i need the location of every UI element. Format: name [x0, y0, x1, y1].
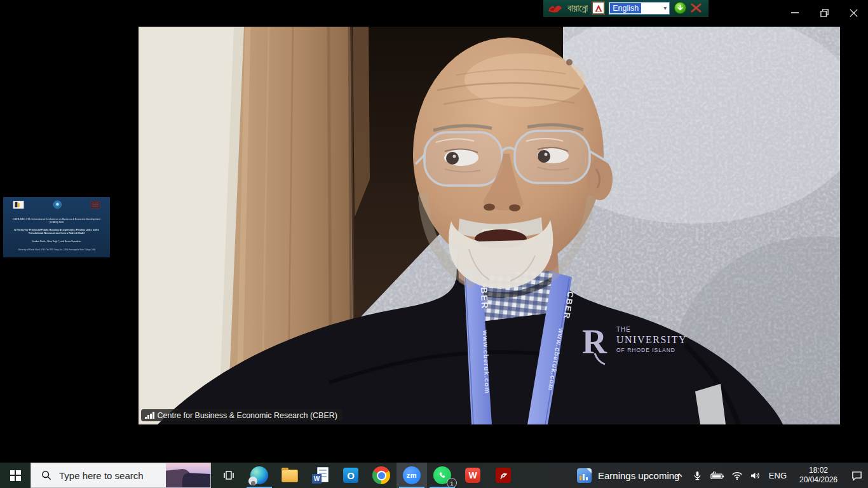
- language-select-value: English: [610, 3, 641, 13]
- avro-bird-icon: [548, 3, 563, 13]
- chevron-up-icon: [675, 471, 684, 480]
- input-language-indicator[interactable]: ENG: [768, 471, 788, 480]
- wps-office-icon: W: [465, 468, 480, 483]
- university-logo: [13, 201, 24, 208]
- widget-icon: [577, 468, 592, 483]
- window-controls: [780, 0, 868, 25]
- action-center-button[interactable]: [849, 463, 864, 488]
- speaker-video-tile: CBER www.cberuk.com CBER www.cberuk.com …: [139, 27, 840, 424]
- clock-time: 18:02: [794, 466, 843, 475]
- globe-conference-logo: [53, 201, 62, 209]
- chrome-icon: [372, 466, 390, 484]
- taskbar-app-edge[interactable]: [244, 463, 275, 488]
- search-highlight-image[interactable]: [166, 463, 210, 487]
- close-icon: [849, 8, 858, 18]
- signal-bars-icon: [145, 412, 154, 419]
- uri-logo-the: THE: [616, 326, 631, 333]
- close-button[interactable]: [839, 0, 868, 25]
- windows-taskbar: W O zm 1 W: [0, 463, 868, 488]
- search-icon: [41, 470, 51, 480]
- uri-logo-rhodeisland: OF RHODE ISLAND: [616, 347, 675, 353]
- chevron-down-icon[interactable]: ▾: [663, 4, 667, 11]
- battery-tray-icon[interactable]: [710, 463, 725, 488]
- taskbar-app-acrobat[interactable]: [488, 463, 519, 488]
- avro-language-bar: বায়ান্নো English ▾: [543, 0, 709, 17]
- participant-name-text: Centre for Business & Economic Research …: [158, 411, 337, 420]
- task-view-button[interactable]: [214, 463, 244, 488]
- restore-icon: [820, 8, 829, 18]
- slide-title-line1: A Theory for Provincial Public Housing A…: [3, 228, 110, 231]
- zoom-icon: zm: [403, 466, 421, 484]
- minimize-button[interactable]: [780, 0, 810, 25]
- file-explorer-icon: [281, 470, 298, 482]
- start-button[interactable]: [0, 463, 31, 488]
- taskbar-search-box[interactable]: [31, 463, 211, 488]
- taskbar-app-file-explorer[interactable]: [275, 463, 305, 488]
- slide-content: CBER-MEC 17th International Conference o…: [3, 197, 110, 257]
- task-view-icon: [222, 469, 235, 482]
- taskbar-apps: W O zm 1 W: [214, 463, 519, 488]
- slide-authors: Gordon Dash¹, Nina Kajiji²*, and Bruno K…: [3, 240, 110, 242]
- avro-app-label: বায়ান্নো: [567, 0, 588, 17]
- participant-name-label: Centre for Business & Economic Research …: [141, 409, 342, 421]
- system-tray: ENG 18:02 20/04/2026: [673, 463, 864, 488]
- taskbar-app-word[interactable]: W: [305, 463, 336, 488]
- news-widget-button[interactable]: Earnings upcoming: [577, 463, 679, 488]
- taskbar-app-zoom[interactable]: zm: [397, 463, 427, 488]
- outlook-icon: O: [343, 468, 358, 483]
- edge-icon: [250, 466, 268, 484]
- taskbar-app-wps[interactable]: W: [458, 463, 488, 488]
- slide-conference-line2: (ICBED) 2026: [3, 221, 110, 224]
- taskbar-app-whatsapp[interactable]: 1: [427, 463, 458, 488]
- search-input[interactable]: [59, 470, 166, 481]
- slide-title-line2: Translational Neuroscience from a Rodent…: [3, 231, 110, 234]
- action-center-icon: [851, 470, 863, 481]
- restore-button[interactable]: [810, 0, 839, 25]
- profile-avatar: [248, 477, 257, 485]
- word-icon: W: [312, 467, 329, 484]
- red-x-close-icon[interactable]: [691, 3, 702, 13]
- microphone-tray-icon[interactable]: [691, 463, 704, 488]
- minimize-icon: [790, 8, 799, 17]
- volume-tray-icon[interactable]: [749, 463, 762, 488]
- clock-date: 20/04/2026: [794, 475, 843, 485]
- taskbar-app-chrome[interactable]: [366, 463, 397, 488]
- slide-affiliations: ¹University of Rhode Island, USA ²The NK…: [3, 248, 110, 250]
- slide-conference-line1: CBER-MEC 17th International Conference o…: [3, 217, 110, 220]
- avro-a-icon[interactable]: [592, 2, 604, 14]
- taskbar-clock[interactable]: 18:02 20/04/2026: [794, 466, 843, 485]
- taskbar-app-outlook[interactable]: O: [336, 463, 366, 488]
- video-scene: CBER www.cberuk.com CBER www.cberuk.com …: [139, 27, 840, 424]
- slide-thumbnail-window[interactable]: CBER-MEC 17th International Conference o…: [3, 197, 110, 257]
- windows-logo-icon: [10, 470, 21, 481]
- tray-overflow-button[interactable]: [673, 463, 686, 488]
- uri-logo-university: UNIVERSITY: [616, 334, 687, 345]
- wifi-tray-icon[interactable]: [731, 463, 743, 488]
- green-down-arrow-button[interactable]: [674, 2, 686, 14]
- language-select[interactable]: English ▾: [609, 2, 670, 15]
- widget-label: Earnings upcoming: [598, 470, 679, 481]
- cber-logo: [91, 201, 100, 208]
- acrobat-icon: [496, 468, 511, 483]
